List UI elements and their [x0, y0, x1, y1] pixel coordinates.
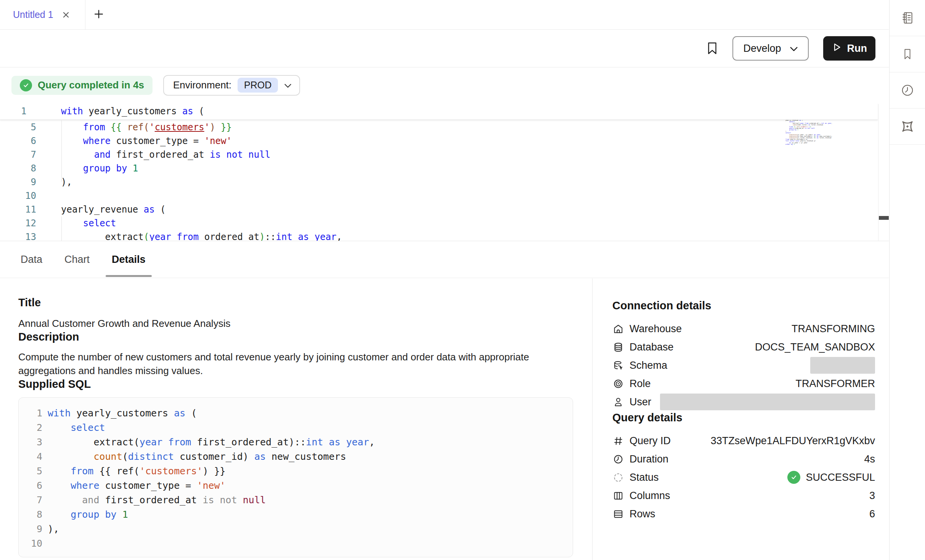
rows-icon: [612, 509, 624, 520]
divider: [0, 241, 889, 241]
check-circle-icon: [787, 471, 800, 484]
sidebar-button-history[interactable]: [890, 72, 925, 109]
line-number: 7: [0, 148, 36, 162]
check-circle-icon: [20, 79, 32, 91]
main-area: Untitled 1 Develop: [0, 0, 889, 560]
result-tabs: DataChartDetails: [0, 241, 889, 278]
code-line: 6 where customer_type = 'new': [0, 134, 878, 148]
code-line: 11yearly_revenue as (: [0, 203, 878, 216]
code-line: 7 and first_ordered_at is not null: [0, 148, 878, 162]
code-line: 9),: [0, 175, 878, 189]
code-line: 5 from {{ ref('customers') }}: [0, 120, 878, 134]
bookmark-icon: [901, 47, 914, 61]
query_id-label: Query ID: [630, 435, 671, 447]
bookmark-icon[interactable]: [707, 42, 718, 55]
code-line: 9),: [23, 522, 573, 536]
code-line: 10: [0, 189, 878, 203]
rows-value: 6: [869, 508, 875, 520]
line-number: 10: [0, 189, 36, 203]
role-icon: [612, 378, 624, 389]
schema-redacted-value: [810, 357, 875, 374]
duration-icon: [612, 454, 624, 465]
right-icon-sidebar: [889, 0, 925, 560]
environment-label: Environment:: [173, 79, 231, 91]
query-row-status: StatusSUCCESSFUL: [612, 468, 875, 486]
query-row-duration: Duration4s: [612, 450, 875, 468]
user-redacted-value: [660, 394, 875, 410]
status-row: Query completed in 4s Environment: PROD: [0, 67, 889, 103]
line-number: 7: [23, 493, 42, 507]
line-number: 9: [23, 522, 42, 536]
query-row-columns: Columns3: [612, 486, 875, 505]
app-root: Untitled 1 Develop: [0, 0, 925, 560]
title-value: Annual Customer Growth and Revenue Analy…: [18, 317, 574, 330]
tab-details[interactable]: Details: [109, 241, 148, 278]
line-number: 5: [23, 464, 42, 478]
line-number: 11: [0, 203, 36, 216]
line-number: 6: [0, 134, 36, 148]
tab-data[interactable]: Data: [18, 241, 45, 278]
columns-label: Columns: [630, 490, 670, 502]
develop-label: Develop: [743, 43, 781, 54]
tab-untitled-1[interactable]: Untitled 1: [0, 0, 85, 29]
develop-dropdown[interactable]: Develop: [732, 36, 808, 61]
code-line: 8 group by 1: [23, 507, 573, 522]
line-number: 13: [0, 230, 36, 241]
tab-bar: Untitled 1: [0, 0, 889, 30]
connection-row-database: DatabaseDOCS_TEAM_SANDBOX: [612, 338, 875, 356]
line-number: 1: [0, 103, 36, 120]
duration-value: 4s: [864, 453, 875, 465]
query-row-rows: Rows6: [612, 505, 875, 523]
details-panel: Title Annual Customer Growth and Revenue…: [0, 278, 889, 560]
line-number: 9: [0, 175, 36, 189]
play-icon: [832, 42, 841, 55]
indent-guide: [61, 216, 62, 241]
editor-code-lines[interactable]: 5 from {{ ref('customers') }}6 where cus…: [0, 120, 878, 241]
query-details-rows: Query ID33TZseWpe1ALFDUYerxR1gVKxbvDurat…: [612, 432, 875, 523]
environment-selector[interactable]: Environment: PROD: [163, 75, 300, 96]
supplied-sql-heading: Supplied SQL: [18, 378, 574, 390]
sidebar-button-bookmark[interactable]: [890, 36, 925, 72]
database-label: Database: [630, 341, 674, 353]
details-main: Title Annual Customer Growth and Revenue…: [0, 278, 592, 560]
editor-scrollbar[interactable]: [878, 104, 889, 241]
role-value: TRANSFORMER: [796, 378, 875, 390]
run-label: Run: [847, 43, 867, 54]
code-line: 1with yearly_customers as (: [23, 406, 573, 421]
user-icon: [612, 397, 624, 408]
sidebar-button-dbt[interactable]: [890, 109, 925, 145]
sql-editor[interactable]: 5 from {{ ref('customers') }}6 where cus…: [0, 103, 889, 241]
editor-sticky-line[interactable]: 1with yearly_customers as (: [0, 103, 878, 120]
code-line: 5 from {{ ref('customers') }}: [23, 464, 573, 478]
schema-icon: [612, 360, 624, 371]
warehouse-icon: [612, 323, 624, 334]
line-number: 4: [23, 450, 42, 464]
code-line: 12 select: [0, 216, 878, 230]
code-line: 1with yearly_customers as (: [0, 103, 878, 120]
user-label: User: [630, 396, 651, 408]
close-icon[interactable]: [62, 11, 70, 19]
run-button[interactable]: Run: [823, 36, 875, 61]
query_id-value: 33TZseWpe1ALFDUYerxR1gVKxbv: [711, 435, 875, 447]
scrollbar-thumb[interactable]: [879, 216, 889, 220]
line-number: 1: [23, 406, 42, 421]
indent-guide: [61, 120, 62, 182]
line-number: 2: [23, 421, 42, 435]
new-tab-button[interactable]: [85, 0, 112, 29]
code-line: 4 count(distinct customer_id) as new_cus…: [23, 450, 573, 464]
line-number: 12: [0, 216, 36, 230]
code-line: 10: [23, 536, 573, 551]
warehouse-label: Warehouse: [630, 323, 682, 335]
connection-row-role: RoleTRANSFORMER: [612, 374, 875, 393]
line-number: 8: [23, 507, 42, 522]
plus-icon: [94, 9, 104, 21]
editor-toolbar: Develop Run: [0, 30, 889, 67]
environment-value-pill: PROD: [238, 78, 278, 93]
connection-details-rows: WarehouseTRANSFORMINGDatabaseDOCS_TEAM_S…: [612, 320, 875, 411]
line-number: 10: [23, 536, 42, 551]
tab-chart[interactable]: Chart: [62, 241, 92, 278]
chevron-down-icon: [790, 43, 798, 54]
sidebar-button-notebook[interactable]: [890, 0, 925, 36]
supplied-sql-code-block: 1with yearly_customers as (2 select3 ext…: [18, 397, 573, 557]
history-icon: [900, 83, 915, 98]
